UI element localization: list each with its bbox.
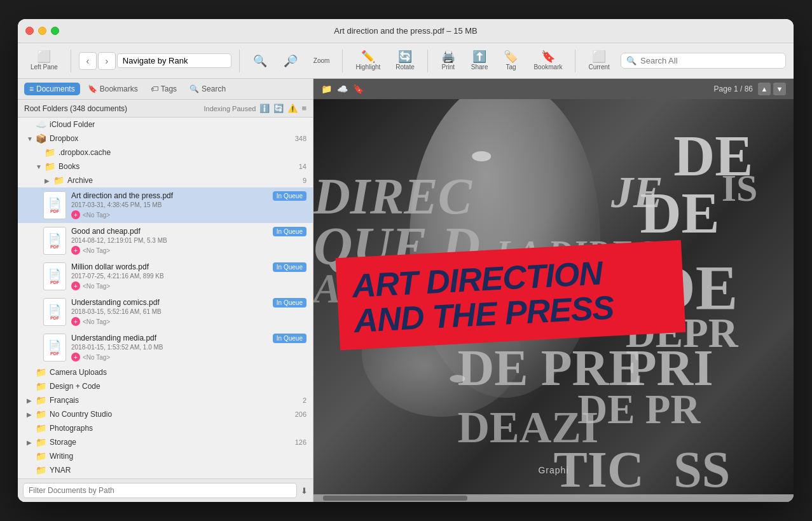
add-tag-button-art-direction[interactable]: + <box>71 210 80 219</box>
pdf-tag-row-million-dollar: + <No Tag> <box>71 281 268 290</box>
pdf-tag-text-million-dollar: <No Tag> <box>83 283 110 290</box>
francais-count: 2 <box>303 396 306 404</box>
navigate-group: ‹ › <box>79 52 231 70</box>
left-pane-icon: ⬜ <box>37 51 51 62</box>
close-button[interactable] <box>25 27 34 35</box>
nav-back-button[interactable]: ‹ <box>79 52 97 70</box>
design-code-label: Design + Code <box>50 382 306 391</box>
cache-folder-icon: 📁 <box>45 147 55 158</box>
sidebar-item-design-code[interactable]: 📁 Design + Code <box>18 379 313 393</box>
pdf-background: DE DE IS DIREC JE QUE D LA DIREC <box>313 99 794 494</box>
sidebar-tabs: ≡ Documents 🔖 Bookmarks 🏷 Tags 🔍 Search <box>18 79 313 100</box>
pdf-item-understanding-media[interactable]: 📄 PDF Understanding media.pdf 2018-01-15… <box>18 330 313 365</box>
minimize-button[interactable] <box>38 27 46 35</box>
pdf-meta-million-dollar: 2017-07-25, 4:21:16 AM, 899 KB <box>71 273 268 280</box>
pdf-scrollbar-thumb[interactable] <box>323 496 467 501</box>
pdf-item-art-direction[interactable]: 📄 PDF Art direction and the press.pdf 20… <box>18 187 313 223</box>
share-button[interactable]: ⬆️ Share <box>466 48 493 73</box>
menu-icon[interactable]: ≡ <box>301 104 306 113</box>
sidebar-item-camera-uploads[interactable]: 📁 Camera Uploads <box>18 365 313 379</box>
add-tag-button-good-cheap[interactable]: + <box>71 246 80 255</box>
filter-input[interactable] <box>23 483 297 498</box>
current-button[interactable]: ⬜ Current <box>583 48 614 73</box>
pdf-item-good-cheap[interactable]: 📄 PDF Good and cheap.pdf 2014-08-12, 12:… <box>18 223 313 259</box>
pdf-icon-art-direction: 📄 <box>48 197 61 209</box>
zoom-out-button[interactable]: 🔍 <box>247 53 273 69</box>
separator-4 <box>427 50 428 72</box>
pdf-info-good-cheap: Good and cheap.pdf 2014-08-12, 12:19:01 … <box>71 227 268 255</box>
sidebar-item-no-country-studio[interactable]: ▶ 📁 No Country Studio 206 <box>18 407 313 421</box>
tab-tags[interactable]: 🏷 Tags <box>146 83 182 95</box>
svg-text:IS: IS <box>722 167 758 209</box>
in-queue-badge-art-direction: In Queue <box>273 191 306 201</box>
add-tag-button-million-dollar[interactable]: + <box>71 281 80 290</box>
tag-button[interactable]: 🏷️ Tag <box>498 48 523 73</box>
zoom-in-icon: 🔎 <box>284 55 298 67</box>
sidebar-item-storage[interactable]: ▶ 📁 Storage 126 <box>18 435 313 449</box>
info-icon[interactable]: ℹ️ <box>259 104 270 113</box>
refresh-icon[interactable]: 🔄 <box>273 104 284 113</box>
rotate-icon: 🔄 <box>398 51 412 62</box>
zoom-in-button[interactable]: 🔎 <box>278 53 303 69</box>
sidebar-item-dropbox-cache[interactable]: 📁 .dropbox.cache <box>18 145 313 159</box>
pdf-bottom-text-1: Graphi <box>538 465 568 475</box>
pdf-item-understanding-comics[interactable]: 📄 PDF Understanding comics.pdf 2018-03-1… <box>18 294 313 330</box>
viewer-bookmark-icon[interactable]: 🔖 <box>353 84 364 94</box>
search-input[interactable] <box>640 56 780 65</box>
add-tag-button-understanding-media[interactable]: + <box>71 353 80 362</box>
pdf-scrollbar[interactable] <box>313 494 794 502</box>
sidebar-item-dropbox[interactable]: ▼ 📦 Dropbox 348 <box>18 132 313 145</box>
header-icons: ℹ️ 🔄 ⚠️ ≡ <box>259 104 306 113</box>
filter-funnel-icon[interactable]: ⬇ <box>301 486 308 496</box>
viewer-cloud-icon[interactable]: ☁️ <box>337 84 348 94</box>
sidebar-item-archive[interactable]: ▶ 📁 Archive 9 <box>18 173 313 187</box>
in-queue-badge-understanding-media: In Queue <box>273 334 306 343</box>
page-next-button[interactable]: ▼ <box>773 83 786 95</box>
sidebar-item-icloud[interactable]: ☁️ iCloud Folder <box>18 118 313 132</box>
maximize-button[interactable] <box>51 27 59 35</box>
rotate-button[interactable]: 🔄 Rotate <box>390 48 419 73</box>
svg-text:JE: JE <box>610 168 663 217</box>
pdf-item-million-dollar[interactable]: 📄 PDF Million dollar words.pdf 2017-07-2… <box>18 259 313 294</box>
sidebar-item-francais[interactable]: ▶ 📁 Français 2 <box>18 393 313 407</box>
svg-point-17 <box>450 375 465 382</box>
window-title: Art direction and the press.pdf – 15 MB <box>334 26 477 36</box>
writing-label: Writing <box>50 452 306 461</box>
print-button[interactable]: 🖨️ Print <box>436 48 461 73</box>
pdf-tag-row-art-direction: + <No Tag> <box>71 210 268 219</box>
nav-forward-button[interactable]: › <box>98 52 116 70</box>
dropbox-label: Dropbox <box>50 134 292 143</box>
sidebar-item-ynar[interactable]: 📁 YNAR <box>18 463 313 477</box>
search-box[interactable]: 🔍 <box>621 53 786 69</box>
pdf-info-understanding-media: Understanding media.pdf 2018-01-15, 1:53… <box>71 334 268 362</box>
sidebar-item-photographs[interactable]: 📁 Photographs <box>18 421 313 435</box>
ynar-label: YNAR <box>50 466 306 475</box>
viewer-folder-icon[interactable]: 📁 <box>321 84 332 94</box>
pdf-banner: ART DIRECTION AND THE PRESS <box>335 240 685 350</box>
zoom-out-icon: 🔍 <box>253 55 267 67</box>
page-prev-button[interactable]: ▲ <box>758 83 771 95</box>
sidebar-item-writing[interactable]: 📁 Writing <box>18 449 313 463</box>
root-folders-label: Root Folders (348 documents) <box>24 104 127 113</box>
bookmark-button[interactable]: 🔖 Bookmark <box>528 48 567 73</box>
highlight-button[interactable]: ✏️ Highlight <box>350 48 385 73</box>
warning-icon[interactable]: ⚠️ <box>287 104 298 113</box>
francais-icon: 📁 <box>36 395 46 405</box>
tab-documents[interactable]: ≡ Documents <box>24 83 80 95</box>
sidebar-item-books[interactable]: ▼ 📁 Books 14 <box>18 159 313 173</box>
left-pane-button[interactable]: ⬜ Left Pane <box>25 48 63 73</box>
tab-search[interactable]: 🔍 Search <box>184 83 231 95</box>
add-tag-button-understanding-comics[interactable]: + <box>71 317 80 326</box>
pdf-thumbnail-good-cheap: 📄 PDF <box>43 227 66 255</box>
traffic-lights <box>25 27 59 35</box>
chevron-right-icon: ▶ <box>45 177 53 184</box>
tab-bookmarks[interactable]: 🔖 Bookmarks <box>83 83 143 95</box>
archive-label: Archive <box>67 176 300 185</box>
tag-label: Tag <box>506 64 516 71</box>
tab-documents-label: Documents <box>36 85 75 93</box>
sidebar-tree: ☁️ iCloud Folder ▼ 📦 Dropbox 348 📁 .drop… <box>18 118 313 478</box>
pdf-thumbnail-understanding-media: 📄 PDF <box>43 334 66 362</box>
navigate-field[interactable] <box>117 53 231 68</box>
pdf-thumbnail-art-direction: 📄 PDF <box>43 191 66 219</box>
pdf-icon-understanding-media: 📄 <box>48 339 61 351</box>
